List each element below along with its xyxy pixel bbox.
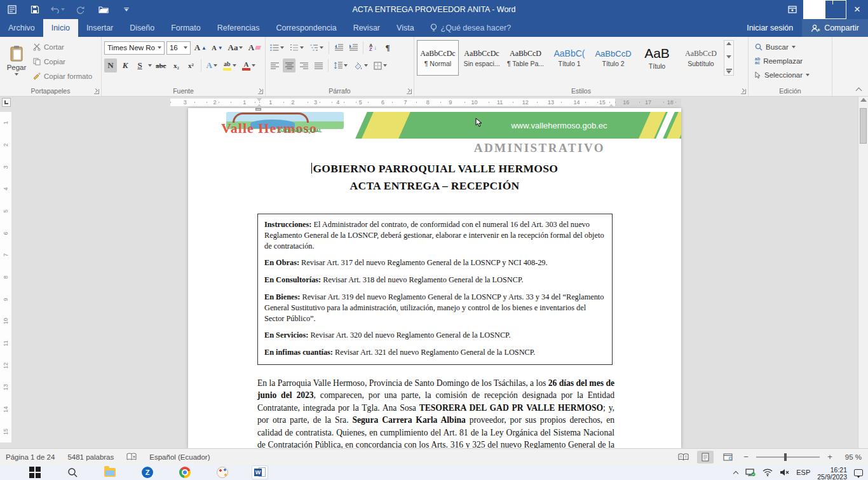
line-spacing-button[interactable] bbox=[332, 58, 349, 72]
increase-indent-button[interactable] bbox=[347, 41, 360, 55]
minimize-button[interactable] bbox=[803, 0, 825, 19]
style-normal[interactable]: AaBbCcDc¶ Normal bbox=[417, 40, 459, 76]
tab-formato[interactable]: Formato bbox=[163, 19, 209, 37]
redo-icon[interactable] bbox=[74, 3, 88, 17]
styles-scroll-down-icon[interactable] bbox=[726, 55, 731, 58]
zoom-slider[interactable] bbox=[756, 456, 820, 458]
shrink-font-button[interactable]: A▼ bbox=[210, 41, 224, 55]
clear-formatting-button[interactable]: A bbox=[247, 41, 262, 55]
align-right-button[interactable] bbox=[297, 58, 310, 72]
open-icon[interactable] bbox=[97, 3, 111, 17]
tab-referencias[interactable]: Referencias bbox=[209, 19, 268, 37]
chrome-button[interactable] bbox=[177, 465, 193, 479]
font-size-combo[interactable]: 16 bbox=[166, 41, 191, 55]
tray-expand-icon[interactable] bbox=[733, 470, 738, 475]
superscript-button[interactable]: x² bbox=[185, 58, 198, 72]
save-icon[interactable] bbox=[28, 3, 42, 17]
align-left-button[interactable] bbox=[268, 58, 281, 72]
qat-customize-icon[interactable] bbox=[119, 3, 133, 17]
page-indicator[interactable]: Página 1 de 24 bbox=[6, 453, 55, 461]
bullets-button[interactable] bbox=[268, 41, 286, 55]
left-indent-marker[interactable] bbox=[255, 108, 261, 111]
zoom-level[interactable]: 95 % bbox=[840, 453, 862, 461]
format-painter-button[interactable]: Copiar formato bbox=[33, 70, 92, 82]
ribbon-display-options-icon[interactable] bbox=[782, 0, 803, 19]
text-effects-button[interactable]: A bbox=[205, 58, 219, 72]
highlight-color-button[interactable]: ab bbox=[221, 58, 238, 72]
styles-more-icon[interactable] bbox=[726, 69, 732, 74]
right-indent-marker[interactable] bbox=[609, 104, 614, 107]
volume-muted-icon[interactable] bbox=[780, 469, 789, 476]
font-color-button[interactable]: A bbox=[240, 58, 257, 72]
taskbar-search-button[interactable] bbox=[64, 465, 81, 479]
copy-button[interactable]: Copiar bbox=[33, 55, 92, 67]
restore-button[interactable] bbox=[825, 0, 846, 19]
style-titulo-2[interactable]: AaBbCcDTítulo 2 bbox=[592, 40, 634, 76]
tab-correspondencia[interactable]: Correspondencia bbox=[268, 19, 344, 37]
undo-icon[interactable] bbox=[51, 3, 65, 17]
font-family-combo[interactable]: Times New Ro bbox=[104, 41, 165, 55]
styles-dialog-launcher-icon[interactable] bbox=[741, 89, 746, 94]
style-sin-espaciado[interactable]: AaBbCcDcSin espaci... bbox=[461, 40, 503, 76]
shading-button[interactable] bbox=[351, 58, 370, 72]
start-button[interactable] bbox=[27, 465, 43, 479]
strikethrough-button[interactable]: abc bbox=[154, 58, 168, 72]
share-button[interactable]: Compartir bbox=[802, 19, 868, 37]
font-dialog-launcher-icon[interactable] bbox=[258, 89, 263, 94]
print-layout-button[interactable] bbox=[697, 451, 714, 463]
justify-button[interactable] bbox=[312, 58, 325, 72]
tellme-box[interactable]: ¿Qué desea hacer? bbox=[423, 19, 519, 37]
bold-button[interactable]: N bbox=[104, 58, 117, 72]
zoom-slider-thumb[interactable] bbox=[784, 453, 787, 461]
tab-inicio[interactable]: Inicio bbox=[43, 19, 78, 37]
z-app-button[interactable]: Z bbox=[139, 465, 156, 479]
horizontal-ruler[interactable]: 321 123456789101112131415 161718 bbox=[11, 99, 858, 106]
decrease-indent-button[interactable] bbox=[332, 41, 345, 55]
notifications-icon[interactable] bbox=[854, 469, 863, 476]
align-center-button[interactable] bbox=[283, 58, 295, 72]
numbering-button[interactable] bbox=[288, 41, 306, 55]
word-taskbar-button[interactable]: W bbox=[252, 465, 268, 479]
wifi-icon[interactable] bbox=[763, 469, 773, 476]
sort-button[interactable]: AZ↓ bbox=[367, 41, 379, 55]
show-marks-button[interactable]: ¶ bbox=[381, 41, 394, 55]
find-button[interactable]: Buscar bbox=[755, 41, 829, 53]
document-page[interactable]: Valle Hermoso GAD PARROQUIAL www.vallehe… bbox=[188, 108, 681, 448]
select-button[interactable]: Seleccionar bbox=[755, 69, 829, 81]
styles-scroll-up-icon[interactable] bbox=[726, 42, 731, 45]
collapse-ribbon-icon[interactable] bbox=[856, 86, 862, 92]
scrollbar-thumb[interactable] bbox=[860, 108, 867, 144]
tab-insertar[interactable]: Insertar bbox=[78, 19, 121, 37]
zoom-in-button[interactable]: + bbox=[825, 452, 834, 462]
tab-vista[interactable]: Vista bbox=[388, 19, 423, 37]
tab-diseno[interactable]: Diseño bbox=[121, 19, 163, 37]
paragraph-dialog-launcher-icon[interactable] bbox=[407, 89, 412, 94]
style-subtitulo[interactable]: AaBbCcDSubtítulo bbox=[680, 40, 722, 76]
pc-status-icon[interactable] bbox=[745, 469, 756, 477]
sign-in-button[interactable]: Iniciar sesión bbox=[738, 19, 802, 37]
change-case-button[interactable]: Aa bbox=[226, 41, 245, 55]
clipboard-dialog-launcher-icon[interactable] bbox=[94, 89, 99, 94]
grow-font-button[interactable]: A▲ bbox=[193, 41, 208, 55]
underline-button[interactable]: S bbox=[133, 58, 146, 72]
language-tray-indicator[interactable]: ESP bbox=[796, 469, 810, 476]
underline-dropdown-icon[interactable] bbox=[148, 64, 152, 67]
tab-stop-selector[interactable] bbox=[2, 98, 11, 107]
italic-button[interactable]: K bbox=[119, 58, 132, 72]
style-titulo[interactable]: AaBTítulo bbox=[636, 40, 678, 76]
paste-button[interactable]: Pegar bbox=[3, 39, 31, 81]
vertical-scrollbar[interactable] bbox=[858, 97, 868, 448]
clock[interactable]: 16:21 25/9/2023 bbox=[817, 465, 847, 480]
file-explorer-button[interactable] bbox=[102, 465, 118, 479]
read-mode-button[interactable] bbox=[675, 451, 691, 463]
language-indicator[interactable]: Español (Ecuador) bbox=[149, 453, 210, 461]
replace-button[interactable]: abac Reemplazar bbox=[755, 55, 829, 67]
vertical-ruler[interactable]: 123456789101112131415 bbox=[0, 112, 11, 442]
scroll-up-icon[interactable] bbox=[860, 98, 867, 102]
word-count[interactable]: 5481 palabras bbox=[67, 453, 114, 461]
multilevel-list-button[interactable] bbox=[308, 41, 325, 55]
style-titulo-1[interactable]: AaBbC(Título 1 bbox=[548, 40, 590, 76]
cut-button[interactable]: Cortar bbox=[33, 41, 92, 53]
tab-archivo[interactable]: Archivo bbox=[0, 19, 43, 37]
borders-button[interactable] bbox=[372, 58, 389, 72]
